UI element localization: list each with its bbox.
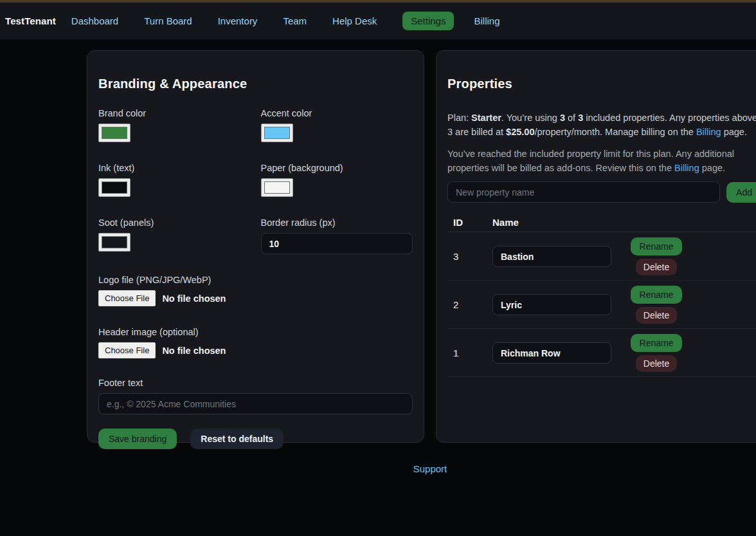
properties-panel: Properties Plan: Starter. You’re using 3… — [436, 50, 756, 443]
delete-button[interactable]: Delete — [636, 259, 677, 275]
property-name-cell — [492, 294, 618, 315]
main-content: Branding & Appearance Brand color Accent… — [87, 50, 756, 443]
property-name-input[interactable] — [492, 246, 611, 267]
accent-color-swatch — [264, 127, 290, 139]
table-row: 1 Rename Delete — [447, 329, 756, 377]
accent-color-field: Accent color — [261, 108, 413, 142]
reset-defaults-button[interactable]: Reset to defaults — [190, 429, 284, 449]
delete-button[interactable]: Delete — [636, 355, 677, 372]
brand-color-label: Brand color — [98, 108, 251, 118]
logo-file-field: Logo file (PNG/JPG/WebP) Choose File No … — [98, 275, 413, 306]
property-name-cell — [492, 246, 618, 267]
rename-button[interactable]: Rename — [631, 237, 683, 255]
paper-color-field: Paper (background) — [261, 163, 413, 197]
branding-title: Branding & Appearance — [98, 77, 413, 91]
paper-color-input[interactable] — [261, 178, 293, 197]
add-property-button[interactable]: Add — [726, 182, 756, 203]
property-name-input[interactable] — [492, 342, 611, 364]
nav-item-help-desk[interactable]: Help Desk — [332, 15, 377, 26]
property-id: 2 — [447, 299, 492, 310]
border-radius-input[interactable] — [261, 233, 413, 254]
logo-choose-file-button[interactable]: Choose File — [98, 290, 156, 306]
header-file-status: No file chosen — [162, 346, 226, 356]
add-property-row: Add — [447, 181, 756, 203]
nav-item-billing[interactable]: Billing — [474, 15, 500, 26]
logo-file-label: Logo file (PNG/JPG/WebP) — [98, 275, 413, 285]
property-actions: Rename Delete — [618, 232, 695, 281]
property-name-cell — [492, 342, 618, 364]
rename-button[interactable]: Rename — [631, 286, 683, 304]
property-id: 3 — [447, 251, 492, 262]
footer-text-label: Footer text — [98, 378, 413, 388]
paper-color-swatch — [264, 181, 290, 194]
table-row: 3 Rename Delete — [447, 232, 756, 281]
header-name: Name — [492, 217, 618, 228]
ink-color-swatch — [102, 181, 127, 194]
delete-button[interactable]: Delete — [636, 307, 677, 324]
border-radius-label: Border radius (px) — [261, 217, 413, 228]
footer-text-field: Footer text — [98, 378, 413, 414]
footer-text-input[interactable] — [98, 393, 413, 414]
billing-link[interactable]: Billing — [696, 127, 721, 137]
nav-item-settings[interactable]: Settings — [402, 12, 454, 30]
brand-color-field: Brand color — [98, 108, 251, 142]
brand-color-input[interactable] — [98, 124, 130, 142]
bold-text: Starter — [471, 113, 501, 123]
nav-item-dashboard[interactable]: Dashboard — [71, 15, 118, 26]
billing-link[interactable]: Billing — [674, 163, 699, 173]
page-footer: Support — [87, 463, 756, 475]
save-branding-button[interactable]: Save branding — [98, 429, 177, 449]
soot-color-input[interactable] — [98, 233, 130, 252]
soot-color-swatch — [102, 236, 127, 248]
nav-links: DashboardTurn BoardInventoryTeamHelp Des… — [71, 12, 526, 30]
ink-color-input[interactable] — [98, 178, 130, 197]
ink-color-label: Ink (text) — [98, 163, 251, 173]
table-body: 3 Rename Delete 2 Rename Delete 1 Rename… — [447, 232, 756, 377]
nav-item-turn-board[interactable]: Turn Board — [144, 15, 192, 26]
rename-button[interactable]: Rename — [631, 334, 683, 352]
property-actions: Rename Delete — [618, 329, 695, 377]
plan-text: Plan: Starter. You’re using 3 of 3 inclu… — [447, 111, 756, 139]
header-image-field: Header image (optional) Choose File No f… — [98, 327, 413, 358]
bold-text: 3 — [560, 113, 565, 123]
brand-color-swatch — [102, 127, 127, 139]
soot-color-field: Soot (panels) — [98, 217, 251, 254]
ink-color-field: Ink (text) — [98, 163, 251, 197]
property-actions: Rename Delete — [618, 281, 695, 329]
bold-text: $25.00 — [506, 127, 534, 137]
property-name-input[interactable] — [492, 294, 611, 315]
table-header: ID Name — [447, 213, 756, 232]
property-id: 1 — [447, 347, 492, 358]
branding-panel: Branding & Appearance Brand color Accent… — [87, 50, 424, 443]
support-link[interactable]: Support — [413, 463, 447, 474]
header-image-label: Header image (optional) — [98, 327, 413, 337]
main-nav: TestTenant DashboardTurn BoardInventoryT… — [0, 3, 756, 39]
properties-title: Properties — [447, 77, 756, 91]
logo-file-status: No file chosen — [162, 293, 226, 304]
header-choose-file-button[interactable]: Choose File — [98, 342, 156, 358]
nav-item-inventory[interactable]: Inventory — [218, 15, 258, 26]
table-row: 2 Rename Delete — [447, 281, 756, 329]
brand-name: TestTenant — [5, 15, 56, 26]
border-radius-field: Border radius (px) — [261, 217, 413, 254]
accent-color-label: Accent color — [261, 108, 413, 118]
soot-color-label: Soot (panels) — [98, 217, 251, 228]
properties-table: ID Name 3 Rename Delete 2 Rename Delete … — [447, 213, 756, 377]
limit-warning-text: You’ve reached the included property lim… — [447, 147, 756, 175]
accent-color-input[interactable] — [261, 124, 293, 142]
nav-item-team[interactable]: Team — [283, 15, 307, 26]
paper-color-label: Paper (background) — [261, 163, 413, 173]
header-id: ID — [447, 217, 492, 228]
new-property-input[interactable] — [447, 181, 720, 203]
